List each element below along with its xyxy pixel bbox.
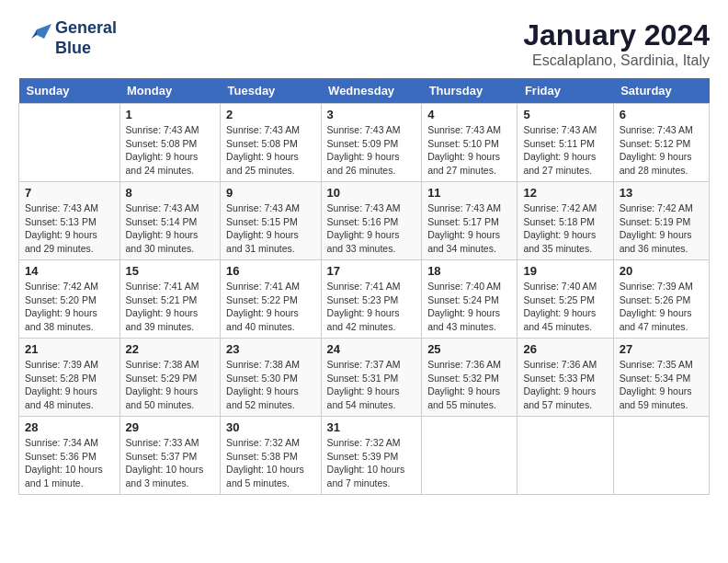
day-info: Sunrise: 7:43 AM Sunset: 5:17 PM Dayligh… — [427, 201, 511, 256]
day-cell: 18Sunrise: 7:40 AM Sunset: 5:24 PM Dayli… — [422, 260, 518, 339]
day-number: 13 — [620, 186, 703, 200]
day-number: 2 — [226, 108, 315, 121]
day-cell: 27Sunrise: 7:35 AM Sunset: 5:34 PM Dayli… — [613, 339, 709, 417]
day-info: Sunrise: 7:37 AM Sunset: 5:31 PM Dayligh… — [327, 358, 416, 412]
logo: General Blue — [18, 18, 117, 58]
calendar-header: Sunday Monday Tuesday Wednesday Thursday… — [19, 78, 710, 104]
day-number: 27 — [620, 342, 703, 356]
calendar-subtitle: Escalaplano, Sardinia, Italy — [523, 52, 710, 69]
calendar-body: 1Sunrise: 7:43 AM Sunset: 5:08 PM Daylig… — [19, 104, 710, 495]
day-number: 5 — [523, 108, 607, 121]
day-cell: 8Sunrise: 7:43 AM Sunset: 5:14 PM Daylig… — [119, 182, 221, 260]
day-cell: 29Sunrise: 7:33 AM Sunset: 5:37 PM Dayli… — [119, 417, 221, 495]
day-number: 20 — [620, 264, 703, 278]
day-info: Sunrise: 7:32 AM Sunset: 5:39 PM Dayligh… — [327, 436, 416, 490]
day-info: Sunrise: 7:43 AM Sunset: 5:11 PM Dayligh… — [523, 123, 607, 178]
day-cell: 12Sunrise: 7:42 AM Sunset: 5:18 PM Dayli… — [518, 182, 613, 260]
day-cell: 23Sunrise: 7:38 AM Sunset: 5:30 PM Dayli… — [221, 339, 322, 417]
day-cell — [518, 417, 613, 495]
day-info: Sunrise: 7:35 AM Sunset: 5:34 PM Dayligh… — [620, 358, 703, 412]
day-info: Sunrise: 7:41 AM Sunset: 5:23 PM Dayligh… — [327, 280, 416, 334]
col-saturday: Saturday — [613, 78, 709, 104]
col-tuesday: Tuesday — [221, 78, 322, 104]
day-number: 26 — [523, 342, 607, 356]
day-cell: 19Sunrise: 7:40 AM Sunset: 5:25 PM Dayli… — [518, 260, 613, 339]
day-number: 14 — [25, 264, 114, 278]
title-block: January 2024 Escalaplano, Sardinia, Ital… — [523, 18, 710, 69]
day-info: Sunrise: 7:43 AM Sunset: 5:10 PM Dayligh… — [427, 123, 511, 178]
day-info: Sunrise: 7:38 AM Sunset: 5:29 PM Dayligh… — [126, 358, 215, 412]
day-cell: 20Sunrise: 7:39 AM Sunset: 5:26 PM Dayli… — [613, 260, 709, 339]
day-cell: 3Sunrise: 7:43 AM Sunset: 5:09 PM Daylig… — [321, 104, 422, 182]
day-cell: 2Sunrise: 7:43 AM Sunset: 5:08 PM Daylig… — [221, 104, 322, 182]
day-number: 12 — [523, 186, 607, 200]
day-number: 10 — [327, 186, 416, 200]
day-number: 9 — [226, 186, 315, 200]
day-number: 23 — [226, 342, 315, 356]
day-cell: 1Sunrise: 7:43 AM Sunset: 5:08 PM Daylig… — [119, 104, 221, 182]
week-row-5: 28Sunrise: 7:34 AM Sunset: 5:36 PM Dayli… — [19, 417, 710, 495]
day-info: Sunrise: 7:36 AM Sunset: 5:32 PM Dayligh… — [427, 358, 511, 412]
day-cell: 15Sunrise: 7:41 AM Sunset: 5:21 PM Dayli… — [119, 260, 221, 339]
day-info: Sunrise: 7:38 AM Sunset: 5:30 PM Dayligh… — [226, 358, 315, 412]
day-info: Sunrise: 7:42 AM Sunset: 5:20 PM Dayligh… — [25, 280, 114, 334]
day-number: 15 — [126, 264, 215, 278]
day-cell: 14Sunrise: 7:42 AM Sunset: 5:20 PM Dayli… — [19, 260, 120, 339]
day-cell: 30Sunrise: 7:32 AM Sunset: 5:38 PM Dayli… — [221, 417, 322, 495]
col-wednesday: Wednesday — [321, 78, 422, 104]
day-number: 19 — [523, 264, 607, 278]
col-thursday: Thursday — [422, 78, 518, 104]
day-number: 21 — [25, 342, 114, 356]
day-info: Sunrise: 7:43 AM Sunset: 5:08 PM Dayligh… — [126, 123, 215, 178]
day-number: 25 — [427, 342, 511, 356]
header-row: Sunday Monday Tuesday Wednesday Thursday… — [19, 78, 710, 104]
week-row-4: 21Sunrise: 7:39 AM Sunset: 5:28 PM Dayli… — [19, 339, 710, 417]
day-info: Sunrise: 7:32 AM Sunset: 5:38 PM Dayligh… — [226, 436, 315, 490]
day-number: 31 — [327, 420, 416, 434]
week-row-2: 7Sunrise: 7:43 AM Sunset: 5:13 PM Daylig… — [19, 182, 710, 260]
day-number: 1 — [126, 108, 215, 121]
day-cell — [613, 417, 709, 495]
day-number: 28 — [25, 420, 114, 434]
day-number: 11 — [427, 186, 511, 200]
day-cell: 4Sunrise: 7:43 AM Sunset: 5:10 PM Daylig… — [422, 104, 518, 182]
day-info: Sunrise: 7:43 AM Sunset: 5:12 PM Dayligh… — [620, 123, 703, 178]
day-number: 16 — [226, 264, 315, 278]
day-cell: 28Sunrise: 7:34 AM Sunset: 5:36 PM Dayli… — [19, 417, 120, 495]
day-cell: 6Sunrise: 7:43 AM Sunset: 5:12 PM Daylig… — [613, 104, 709, 182]
day-number: 22 — [126, 342, 215, 356]
day-info: Sunrise: 7:36 AM Sunset: 5:33 PM Dayligh… — [523, 358, 607, 412]
day-number: 18 — [427, 264, 511, 278]
day-cell — [422, 417, 518, 495]
calendar-table: Sunday Monday Tuesday Wednesday Thursday… — [18, 78, 710, 495]
day-info: Sunrise: 7:41 AM Sunset: 5:21 PM Dayligh… — [126, 280, 215, 334]
day-cell: 21Sunrise: 7:39 AM Sunset: 5:28 PM Dayli… — [19, 339, 120, 417]
week-row-3: 14Sunrise: 7:42 AM Sunset: 5:20 PM Dayli… — [19, 260, 710, 339]
day-cell: 25Sunrise: 7:36 AM Sunset: 5:32 PM Dayli… — [422, 339, 518, 417]
day-info: Sunrise: 7:43 AM Sunset: 5:14 PM Dayligh… — [126, 201, 215, 256]
day-number: 17 — [327, 264, 416, 278]
day-number: 8 — [126, 186, 215, 200]
day-info: Sunrise: 7:34 AM Sunset: 5:36 PM Dayligh… — [25, 436, 114, 490]
day-info: Sunrise: 7:43 AM Sunset: 5:16 PM Dayligh… — [327, 201, 416, 256]
day-info: Sunrise: 7:42 AM Sunset: 5:19 PM Dayligh… — [620, 201, 703, 256]
day-info: Sunrise: 7:43 AM Sunset: 5:13 PM Dayligh… — [25, 201, 114, 256]
logo-line2: Blue — [55, 39, 91, 57]
day-number: 4 — [427, 108, 511, 121]
logo-line1: General — [55, 18, 117, 37]
day-cell: 9Sunrise: 7:43 AM Sunset: 5:15 PM Daylig… — [221, 182, 322, 260]
day-info: Sunrise: 7:33 AM Sunset: 5:37 PM Dayligh… — [126, 436, 215, 490]
day-cell: 22Sunrise: 7:38 AM Sunset: 5:29 PM Dayli… — [119, 339, 221, 417]
day-info: Sunrise: 7:40 AM Sunset: 5:25 PM Dayligh… — [523, 280, 607, 334]
day-info: Sunrise: 7:43 AM Sunset: 5:08 PM Dayligh… — [226, 123, 315, 178]
day-cell: 16Sunrise: 7:41 AM Sunset: 5:22 PM Dayli… — [221, 260, 322, 339]
day-number: 29 — [126, 420, 215, 434]
day-number: 30 — [226, 420, 315, 434]
day-number: 6 — [620, 108, 703, 121]
day-number: 24 — [327, 342, 416, 356]
day-cell: 5Sunrise: 7:43 AM Sunset: 5:11 PM Daylig… — [518, 104, 613, 182]
logo-icon — [18, 22, 51, 55]
day-info: Sunrise: 7:39 AM Sunset: 5:28 PM Dayligh… — [25, 358, 114, 412]
calendar-title: January 2024 — [523, 18, 710, 52]
day-info: Sunrise: 7:42 AM Sunset: 5:18 PM Dayligh… — [523, 201, 607, 256]
